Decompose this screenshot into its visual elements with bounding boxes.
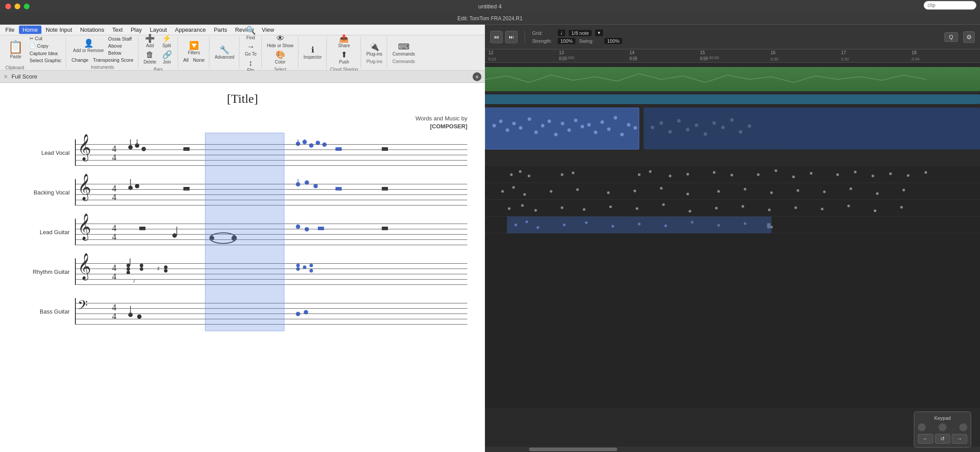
- above-button[interactable]: Above: [106, 43, 134, 49]
- close-button[interactable]: [5, 4, 11, 9]
- svg-point-24: [305, 180, 309, 185]
- keypad-back-button[interactable]: ←: [918, 434, 933, 444]
- keypad-circle-btn2[interactable]: [939, 423, 946, 431]
- svg-point-110: [669, 175, 671, 177]
- score-tab-name[interactable]: Full Score: [11, 73, 37, 80]
- menu-layout[interactable]: Layout: [146, 26, 171, 34]
- capture-idea-button[interactable]: Capture Idea: [28, 50, 63, 56]
- svg-rect-7: [183, 147, 190, 151]
- ossia-staff-button[interactable]: Ossia Staff: [106, 36, 134, 42]
- filters-button[interactable]: 🔽 Filters: [186, 41, 202, 56]
- join-button[interactable]: 🔗 Join: [159, 50, 175, 65]
- daw-search-button[interactable]: Q: [944, 32, 958, 42]
- paste-button[interactable]: 📋 Paste: [5, 39, 26, 60]
- svg-point-74: [528, 117, 531, 121]
- close-score-button[interactable]: ✕: [4, 74, 8, 80]
- score-title: [Title]: [18, 92, 467, 106]
- backing-vocal-notes: 4 4: [76, 179, 467, 205]
- select-graphic-button[interactable]: Select Graphic: [28, 57, 63, 64]
- commands-button[interactable]: ⌨ Commands: [391, 42, 417, 57]
- rewind-button[interactable]: ⏮: [490, 31, 503, 43]
- none-button[interactable]: None: [191, 57, 206, 63]
- minimize-button[interactable]: [15, 4, 20, 9]
- maximize-button[interactable]: [24, 4, 30, 9]
- advanced-button[interactable]: 🔧 Advanced: [213, 45, 236, 60]
- delete-button[interactable]: 🗑 Delete: [142, 50, 158, 65]
- menu-parts[interactable]: Parts: [210, 26, 231, 34]
- cut-button[interactable]: ✂ Cut: [28, 35, 63, 42]
- daw-scrollbar-thumb[interactable]: [529, 448, 617, 451]
- keypad-circle-btn3[interactable]: [959, 423, 967, 431]
- menu-note-input[interactable]: Note Input: [42, 26, 76, 34]
- all-button[interactable]: All: [182, 57, 190, 63]
- svg-point-8: [296, 142, 300, 146]
- copy-button[interactable]: 📄 Copy: [28, 43, 63, 49]
- svg-text:4: 4: [112, 192, 116, 202]
- split-button[interactable]: ⚡ Split: [159, 34, 175, 49]
- svg-text:4: 4: [112, 144, 116, 153]
- svg-point-38: [305, 227, 309, 232]
- menu-file[interactable]: File: [2, 26, 18, 34]
- color-button[interactable]: 🎨 Color: [272, 50, 288, 65]
- svg-point-128: [576, 188, 579, 191]
- plugins-button[interactable]: 🔌 Plug-ins: [365, 42, 384, 57]
- svg-text:4: 4: [112, 272, 116, 281]
- teal-clip[interactable]: [485, 94, 980, 104]
- svg-point-150: [715, 207, 718, 209]
- svg-point-71: [506, 128, 509, 132]
- goto-button[interactable]: → Go To: [243, 42, 259, 57]
- menu-home[interactable]: Home: [19, 26, 41, 34]
- menu-notations[interactable]: Notations: [77, 26, 108, 34]
- blue-clip-2[interactable]: [644, 108, 980, 149]
- share-icon: 📤: [339, 34, 349, 42]
- score-canvas[interactable]: [Title] Words and Music by [COMPOSER] Le…: [0, 83, 485, 452]
- daw-gear-button[interactable]: ⚙: [963, 31, 975, 43]
- menu-view[interactable]: View: [258, 26, 278, 34]
- staff-row-lead-vocal: Lead Vocal 𝄞 4 4: [18, 139, 467, 166]
- score-tab-bar: ✕ Full Score +: [0, 71, 485, 83]
- grid-note-value[interactable]: 1/8 note: [569, 30, 592, 36]
- svg-point-89: [627, 123, 630, 127]
- svg-point-56: [309, 264, 313, 267]
- svg-point-4: [142, 147, 146, 151]
- push-button[interactable]: ⬆ Push: [336, 50, 352, 65]
- paste-label: Paste: [10, 54, 22, 59]
- svg-rect-22: [183, 187, 190, 191]
- fast-forward-button[interactable]: ⏭: [505, 31, 518, 43]
- svg-point-95: [686, 128, 689, 131]
- inspector-button[interactable]: ℹ Inspector: [302, 45, 324, 60]
- change-button[interactable]: Change: [70, 57, 90, 63]
- svg-point-133: [717, 190, 720, 193]
- svg-point-72: [512, 122, 516, 125]
- add-score-button[interactable]: +: [473, 72, 481, 81]
- svg-point-98: [712, 121, 716, 125]
- svg-text:4: 4: [112, 232, 116, 242]
- svg-point-143: [534, 209, 537, 212]
- menu-appearance[interactable]: Appearance: [171, 26, 209, 34]
- green-clip[interactable]: [485, 67, 980, 91]
- svg-point-82: [581, 125, 584, 128]
- svg-point-48: [140, 264, 143, 267]
- hide-show-button[interactable]: 👁 Hide or Show: [265, 34, 295, 49]
- menu-play[interactable]: Play: [127, 26, 145, 34]
- share-button[interactable]: 📤 Share: [336, 34, 352, 49]
- below-button[interactable]: Below: [106, 50, 134, 56]
- blue-clip-1[interactable]: [485, 108, 639, 149]
- staff-row-rhythm-guitar: Rhythm Guitar 𝄞 4 4 7: [18, 258, 467, 285]
- paste-icon: 📋: [8, 40, 23, 54]
- midi-clip-1-notes: [485, 108, 640, 150]
- keypad-circle-btn[interactable]: [918, 423, 926, 431]
- daw-tracks[interactable]: Keypad ← ↺ →: [485, 63, 980, 452]
- inspector-icon: ℹ: [311, 46, 314, 54]
- keypad-up-button[interactable]: ↺: [935, 434, 950, 444]
- find-button[interactable]: 🔍 Find: [243, 26, 259, 41]
- daw-horizontal-scrollbar[interactable]: [485, 447, 980, 452]
- add-bar-button[interactable]: ➕ Add: [142, 34, 158, 49]
- svg-point-79: [561, 122, 564, 125]
- svg-point-114: [757, 173, 760, 176]
- add-remove-button[interactable]: 👤 Add or Remove: [71, 38, 105, 54]
- menu-text[interactable]: Text: [109, 26, 127, 34]
- advanced-icon: 🔧: [220, 46, 229, 54]
- transposing-score-button[interactable]: Transposing Score: [91, 57, 135, 63]
- keypad-forward-button[interactable]: →: [952, 434, 967, 444]
